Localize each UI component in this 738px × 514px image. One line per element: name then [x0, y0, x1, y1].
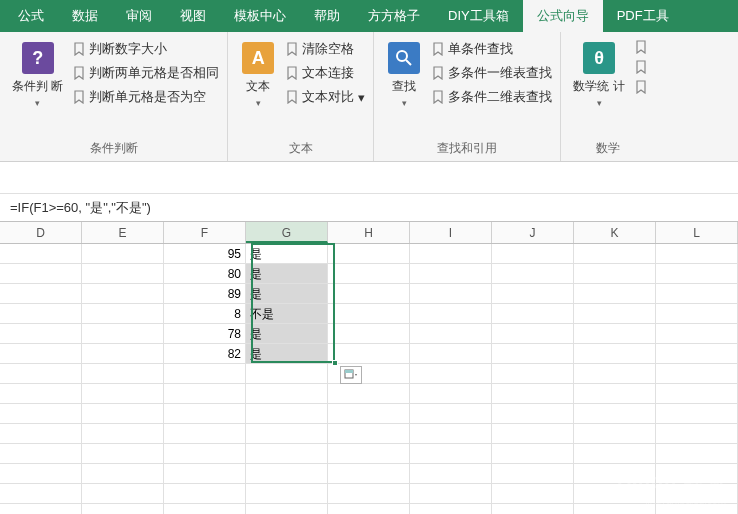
- cell-L13[interactable]: [656, 484, 738, 503]
- col-header-F[interactable]: F: [164, 222, 246, 243]
- text-button[interactable]: A 文本▾: [236, 36, 280, 115]
- cell-E9[interactable]: [82, 404, 164, 423]
- cell-J8[interactable]: [492, 384, 574, 403]
- cell-E10[interactable]: [82, 424, 164, 443]
- cell-H5[interactable]: [328, 324, 410, 343]
- cell-I3[interactable]: [410, 284, 492, 303]
- cell-E1[interactable]: [82, 244, 164, 263]
- cell-H12[interactable]: [328, 464, 410, 483]
- col-header-K[interactable]: K: [574, 222, 656, 243]
- cell-J10[interactable]: [492, 424, 574, 443]
- cell-E12[interactable]: [82, 464, 164, 483]
- cell-D11[interactable]: [0, 444, 82, 463]
- cell-G6[interactable]: 是: [246, 344, 328, 363]
- cell-K14[interactable]: [574, 504, 656, 514]
- cell-K2[interactable]: [574, 264, 656, 283]
- multi-1d-lookup-button[interactable]: 多条件一维表查找: [432, 64, 552, 82]
- cell-H2[interactable]: [328, 264, 410, 283]
- cell-L9[interactable]: [656, 404, 738, 423]
- cell-D7[interactable]: [0, 364, 82, 383]
- cell-D12[interactable]: [0, 464, 82, 483]
- tab-pdf[interactable]: PDF工具: [603, 0, 683, 32]
- cell-K10[interactable]: [574, 424, 656, 443]
- multi-2d-lookup-button[interactable]: 多条件二维表查找: [432, 88, 552, 106]
- cell-I6[interactable]: [410, 344, 492, 363]
- cell-G13[interactable]: [246, 484, 328, 503]
- cell-E5[interactable]: [82, 324, 164, 343]
- cell-G9[interactable]: [246, 404, 328, 423]
- cell-H11[interactable]: [328, 444, 410, 463]
- cell-G5[interactable]: 是: [246, 324, 328, 343]
- tab-data[interactable]: 数据: [58, 0, 112, 32]
- tab-template[interactable]: 模板中心: [220, 0, 300, 32]
- cell-I14[interactable]: [410, 504, 492, 514]
- cell-I1[interactable]: [410, 244, 492, 263]
- cell-K7[interactable]: [574, 364, 656, 383]
- cell-F7[interactable]: [164, 364, 246, 383]
- cell-I9[interactable]: [410, 404, 492, 423]
- cell-J13[interactable]: [492, 484, 574, 503]
- cell-H9[interactable]: [328, 404, 410, 423]
- col-header-J[interactable]: J: [492, 222, 574, 243]
- cell-D9[interactable]: [0, 404, 82, 423]
- judge-two-cells-button[interactable]: 判断两单元格是否相同: [73, 64, 219, 82]
- cell-E13[interactable]: [82, 484, 164, 503]
- cell-G14[interactable]: [246, 504, 328, 514]
- col-header-L[interactable]: L: [656, 222, 738, 243]
- cell-F5[interactable]: 78: [164, 324, 246, 343]
- cell-J3[interactable]: [492, 284, 574, 303]
- cell-J4[interactable]: [492, 304, 574, 323]
- cell-J12[interactable]: [492, 464, 574, 483]
- col-header-E[interactable]: E: [82, 222, 164, 243]
- cell-D3[interactable]: [0, 284, 82, 303]
- cell-K5[interactable]: [574, 324, 656, 343]
- cell-D6[interactable]: [0, 344, 82, 363]
- cell-K1[interactable]: [574, 244, 656, 263]
- cell-E4[interactable]: [82, 304, 164, 323]
- cell-F14[interactable]: [164, 504, 246, 514]
- col-header-G[interactable]: G: [246, 222, 328, 243]
- cell-H4[interactable]: [328, 304, 410, 323]
- tab-review[interactable]: 审阅: [112, 0, 166, 32]
- cell-L14[interactable]: [656, 504, 738, 514]
- tab-formula-guide[interactable]: 公式向导: [523, 0, 603, 32]
- cell-K8[interactable]: [574, 384, 656, 403]
- math-item-button[interactable]: [635, 40, 647, 54]
- math-stats-button[interactable]: θ 数学统 计▾: [569, 36, 628, 115]
- cell-L1[interactable]: [656, 244, 738, 263]
- cell-K9[interactable]: [574, 404, 656, 423]
- cell-F3[interactable]: 89: [164, 284, 246, 303]
- cell-I7[interactable]: [410, 364, 492, 383]
- cell-K4[interactable]: [574, 304, 656, 323]
- clear-spaces-button[interactable]: 清除空格: [286, 40, 365, 58]
- cell-D14[interactable]: [0, 504, 82, 514]
- cell-E8[interactable]: [82, 384, 164, 403]
- cell-J11[interactable]: [492, 444, 574, 463]
- cell-I11[interactable]: [410, 444, 492, 463]
- cell-K12[interactable]: [574, 464, 656, 483]
- autofill-options-button[interactable]: [340, 366, 362, 384]
- cell-J6[interactable]: [492, 344, 574, 363]
- cell-D2[interactable]: [0, 264, 82, 283]
- cell-F4[interactable]: 8: [164, 304, 246, 323]
- cell-H6[interactable]: [328, 344, 410, 363]
- cell-I4[interactable]: [410, 304, 492, 323]
- cell-E3[interactable]: [82, 284, 164, 303]
- cell-J14[interactable]: [492, 504, 574, 514]
- cell-J1[interactable]: [492, 244, 574, 263]
- cell-L3[interactable]: [656, 284, 738, 303]
- cell-L12[interactable]: [656, 464, 738, 483]
- cell-F9[interactable]: [164, 404, 246, 423]
- text-compare-button[interactable]: 文本对比 ▾: [286, 88, 365, 106]
- math-item-button[interactable]: [635, 60, 647, 74]
- cell-D1[interactable]: [0, 244, 82, 263]
- cell-E6[interactable]: [82, 344, 164, 363]
- tab-diy[interactable]: DIY工具箱: [434, 0, 523, 32]
- cell-H8[interactable]: [328, 384, 410, 403]
- cell-G10[interactable]: [246, 424, 328, 443]
- cell-J2[interactable]: [492, 264, 574, 283]
- cell-I10[interactable]: [410, 424, 492, 443]
- col-header-D[interactable]: D: [0, 222, 82, 243]
- cell-E11[interactable]: [82, 444, 164, 463]
- cell-D13[interactable]: [0, 484, 82, 503]
